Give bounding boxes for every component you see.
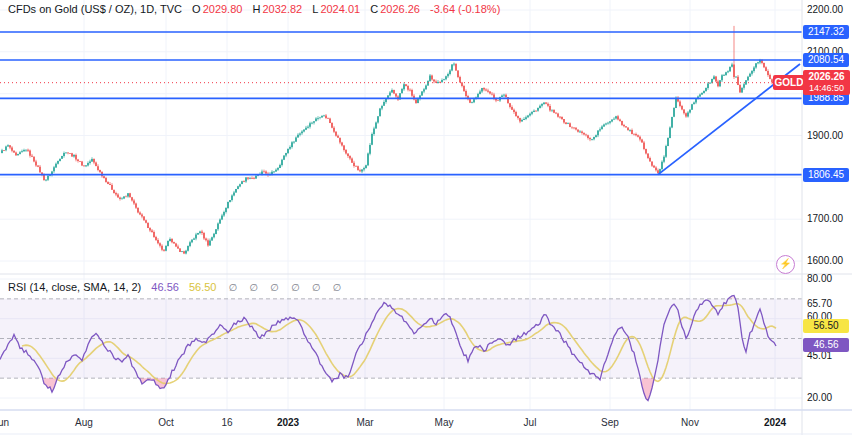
boost-lightning-button[interactable]: ⚡ <box>776 255 795 274</box>
price-level-badge: 2147.32 <box>803 25 849 39</box>
time-axis-label: 2024 <box>764 417 786 428</box>
high-value: 2032.82 <box>262 3 302 15</box>
close-label: C <box>370 3 378 15</box>
empty-value-icon: ∅ <box>249 282 258 293</box>
rsi-indicator-title: RSI (14, close, SMA, 14, 2) <box>8 281 141 293</box>
time-axis-label: Nov <box>681 417 699 428</box>
symbol-legend-row[interactable]: CFDs on Gold (US$ / OZ), 1D, TVC O2029.8… <box>8 3 500 15</box>
price-axis-tick: 2200.00 <box>807 5 843 15</box>
rsi-axis-tick: 20.00 <box>807 393 832 403</box>
low-label: L <box>312 3 318 15</box>
last-price-badge: 2026.26 14:46:50 <box>803 70 850 95</box>
rsi-value-badge: 56.50 <box>803 319 849 333</box>
empty-value-icon: ∅ <box>332 282 341 293</box>
time-axis-label: 2023 <box>277 417 299 428</box>
open-label: O <box>192 3 201 15</box>
price-level-badge: 2080.54 <box>803 53 849 67</box>
time-axis-label: May <box>435 417 454 428</box>
rsi-ma-value: 56.50 <box>189 281 217 293</box>
time-axis-label: Aug <box>75 417 93 428</box>
time-scale[interactable]: JunAugOct162023MarMayJulSepNov2024 <box>0 410 852 435</box>
time-axis-label: 16 <box>221 417 232 428</box>
last-price-time: 14:46:50 <box>803 83 850 93</box>
high-label: H <box>252 3 260 15</box>
time-axis-label: Jul <box>524 417 537 428</box>
open-value: 2029.80 <box>203 3 243 15</box>
rsi-axis-tick: 80.00 <box>807 274 832 284</box>
symbol-price-tag: GOLD <box>773 75 805 90</box>
rsi-axis-tick: 45.01 <box>807 351 832 361</box>
price-axis-tick: 1700.00 <box>807 214 843 224</box>
time-axis-label: Mar <box>356 417 373 428</box>
rsi-legend-row[interactable]: RSI (14, close, SMA, 14, 2) 46.56 56.50 … <box>8 281 341 293</box>
price-scale[interactable]: 2200.002100.001900.001700.001600.002147.… <box>802 0 852 410</box>
price-axis-tick: 1600.00 <box>807 256 843 266</box>
empty-value-icon: ∅ <box>291 282 300 293</box>
price-level-badge: 1806.45 <box>803 168 849 182</box>
last-price-value: 2026.26 <box>803 70 850 83</box>
empty-value-icon: ∅ <box>270 282 279 293</box>
symbol-title: CFDs on Gold (US$ / OZ), 1D, TVC <box>8 3 182 15</box>
rsi-value: 46.56 <box>151 281 179 293</box>
change-value: -3.64 (-0.18%) <box>430 3 500 15</box>
empty-value-icon: ∅ <box>312 282 321 293</box>
rsi-value-badge: 46.56 <box>803 338 849 352</box>
time-axis-label: Sep <box>601 417 619 428</box>
lightning-icon: ⚡ <box>779 258 791 269</box>
rsi-axis-tick: 65.70 <box>807 299 832 309</box>
trading-chart-window: CFDs on Gold (US$ / OZ), 1D, TVC O2029.8… <box>0 0 852 435</box>
time-axis-label: Jun <box>0 417 9 428</box>
close-value: 2026.26 <box>380 3 420 15</box>
chart-canvas[interactable] <box>0 0 852 435</box>
low-value: 2024.01 <box>320 3 360 15</box>
empty-value-icon: ∅ <box>229 282 238 293</box>
time-axis-label: Oct <box>158 417 174 428</box>
price-axis-tick: 1900.00 <box>807 131 843 141</box>
